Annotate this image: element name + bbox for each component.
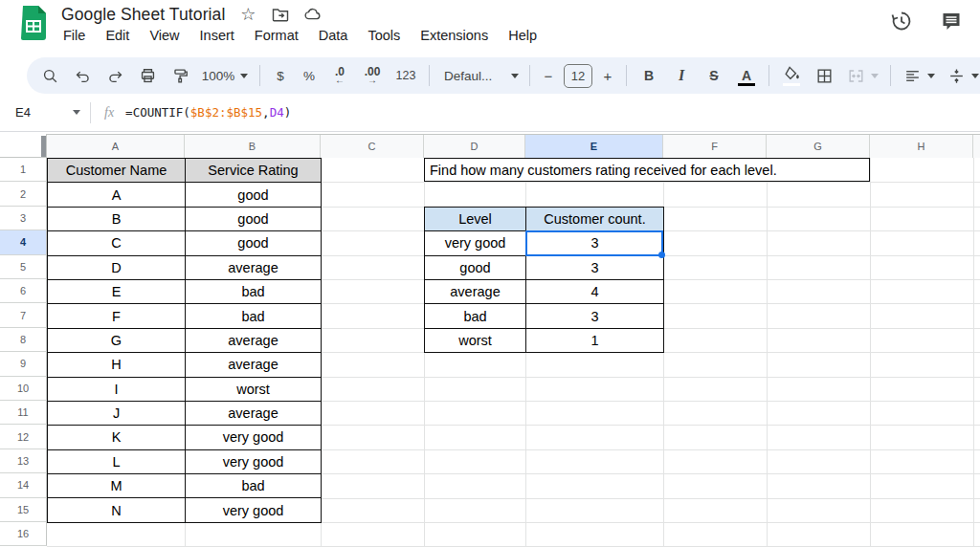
cell[interactable]: good: [425, 256, 526, 280]
star-icon[interactable]: ☆: [238, 5, 257, 24]
cell[interactable]: Customer count.: [526, 208, 664, 231]
increase-decimal-button[interactable]: .00→: [357, 61, 388, 90]
version-history-icon[interactable]: [890, 10, 913, 33]
move-to-folder-icon[interactable]: [271, 5, 290, 24]
format-currency-button[interactable]: $: [267, 61, 294, 90]
cell[interactable]: very good: [186, 450, 322, 474]
row-header-4[interactable]: 4: [0, 230, 47, 254]
cell[interactable]: good: [186, 183, 322, 207]
undo-icon[interactable]: [67, 61, 98, 90]
menu-insert[interactable]: Insert: [198, 27, 236, 44]
menu-edit[interactable]: Edit: [103, 27, 131, 44]
row-header-9[interactable]: 9: [0, 352, 47, 376]
column-header-G[interactable]: G: [767, 135, 870, 158]
cell[interactable]: average: [186, 353, 322, 377]
column-header-C[interactable]: C: [321, 135, 424, 158]
decrease-font-size-button[interactable]: −: [537, 61, 560, 90]
cell[interactable]: 3: [526, 256, 664, 280]
cell[interactable]: N: [48, 498, 186, 522]
format-percent-button[interactable]: %: [296, 61, 323, 90]
redo-icon[interactable]: [100, 61, 130, 90]
cloud-saved-icon[interactable]: [303, 5, 323, 24]
instruction-cell[interactable]: Find how many customers rating received …: [424, 158, 870, 182]
strikethrough-button[interactable]: S: [699, 61, 729, 90]
borders-icon[interactable]: [809, 61, 839, 90]
menu-view[interactable]: View: [147, 27, 181, 44]
cell[interactable]: good: [186, 231, 322, 255]
row-header-6[interactable]: 6: [0, 279, 47, 303]
cell[interactable]: L: [48, 450, 186, 474]
zoom-select[interactable]: 100%: [197, 61, 253, 90]
column-header-E[interactable]: E: [525, 135, 663, 158]
column-header-D[interactable]: D: [424, 135, 525, 158]
cell[interactable]: average: [425, 280, 526, 304]
cell[interactable]: average: [186, 402, 322, 426]
column-header-partial[interactable]: [973, 135, 980, 158]
row-header-8[interactable]: 8: [0, 328, 47, 352]
cell[interactable]: E: [48, 280, 186, 304]
cell[interactable]: Service Rating: [186, 159, 322, 183]
cell[interactable]: Customer Name: [48, 159, 186, 183]
column-header-A[interactable]: A: [47, 135, 185, 158]
row-header-10[interactable]: 10: [0, 377, 47, 401]
column-header-B[interactable]: B: [185, 135, 321, 158]
cell[interactable]: average: [186, 256, 322, 280]
fill-handle[interactable]: [658, 252, 665, 258]
document-title[interactable]: Google Sheet Tutorial: [61, 5, 225, 25]
cell[interactable]: average: [186, 329, 322, 353]
cell[interactable]: C: [48, 231, 186, 255]
cell[interactable]: bad: [425, 304, 526, 328]
horizontal-align-icon[interactable]: [898, 61, 940, 90]
italic-button[interactable]: I: [666, 61, 697, 90]
bold-button[interactable]: B: [634, 61, 664, 90]
comments-icon[interactable]: [940, 10, 963, 33]
decrease-decimal-button[interactable]: .0←: [324, 61, 355, 90]
row-header-2[interactable]: 2: [0, 182, 47, 206]
sheets-logo-icon[interactable]: [21, 6, 46, 40]
menu-extensions[interactable]: Extensions: [418, 27, 490, 44]
search-icon[interactable]: [34, 61, 65, 90]
cell[interactable]: A: [48, 183, 186, 207]
row-header-3[interactable]: 3: [0, 207, 47, 230]
row-header-7[interactable]: 7: [0, 303, 47, 327]
column-header-F[interactable]: F: [663, 135, 767, 158]
cell[interactable]: 4: [526, 280, 664, 304]
increase-font-size-button[interactable]: +: [596, 61, 619, 90]
row-header-15[interactable]: 15: [0, 498, 47, 522]
menu-tools[interactable]: Tools: [366, 27, 402, 44]
font-select[interactable]: Defaul...: [436, 61, 523, 90]
print-icon[interactable]: [132, 61, 163, 90]
menu-help[interactable]: Help: [506, 27, 539, 44]
menu-data[interactable]: Data: [317, 27, 350, 44]
column-header-H[interactable]: H: [870, 135, 973, 158]
cell[interactable]: bad: [186, 474, 322, 498]
row-header-11[interactable]: 11: [0, 401, 47, 425]
fill-color-icon[interactable]: [776, 61, 807, 90]
cell[interactable]: I: [48, 378, 186, 402]
cell[interactable]: F: [48, 304, 186, 328]
cell[interactable]: bad: [186, 280, 322, 304]
number-format-button[interactable]: 123: [390, 61, 422, 90]
cell[interactable]: D: [48, 256, 186, 280]
text-color-button[interactable]: A: [731, 61, 762, 90]
cell[interactable]: B: [48, 208, 186, 231]
name-box[interactable]: E4: [0, 105, 88, 120]
cell[interactable]: worst: [425, 329, 526, 353]
row-header-12[interactable]: 12: [0, 425, 47, 449]
vertical-align-icon[interactable]: [942, 61, 980, 90]
row-header-5[interactable]: 5: [0, 255, 47, 279]
menu-format[interactable]: Format: [253, 27, 301, 44]
row-header-13[interactable]: 13: [0, 449, 47, 473]
row-header-16[interactable]: 16: [0, 522, 47, 546]
cell[interactable]: J: [48, 402, 186, 426]
cell[interactable]: very good: [186, 498, 322, 522]
select-all-corner[interactable]: [0, 134, 47, 158]
cell[interactable]: worst: [186, 378, 322, 402]
row-header-14[interactable]: 14: [0, 473, 47, 497]
merge-cells-icon[interactable]: [841, 61, 883, 90]
formula-input[interactable]: =COUNTIF($B$2:$B$15,D4): [125, 105, 291, 120]
paint-format-icon[interactable]: [165, 61, 195, 90]
row-header-1[interactable]: 1: [0, 158, 47, 182]
cell[interactable]: very good: [186, 426, 322, 449]
cell[interactable]: G: [48, 329, 186, 353]
